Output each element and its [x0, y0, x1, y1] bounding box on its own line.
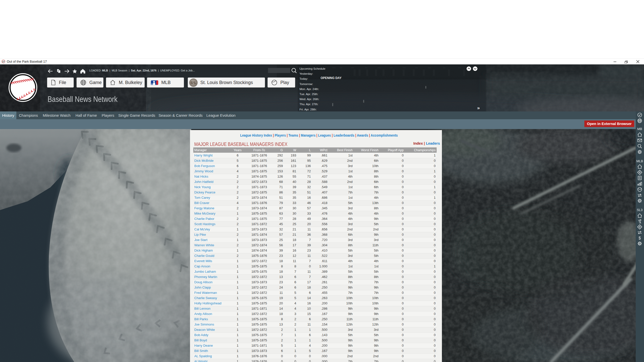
svg-text:MLB: MLB: [636, 159, 643, 163]
svg-text:MB: MB: [637, 127, 642, 131]
svg-text:SL3: SL3: [637, 208, 642, 212]
svg-text:$: $: [639, 236, 641, 240]
